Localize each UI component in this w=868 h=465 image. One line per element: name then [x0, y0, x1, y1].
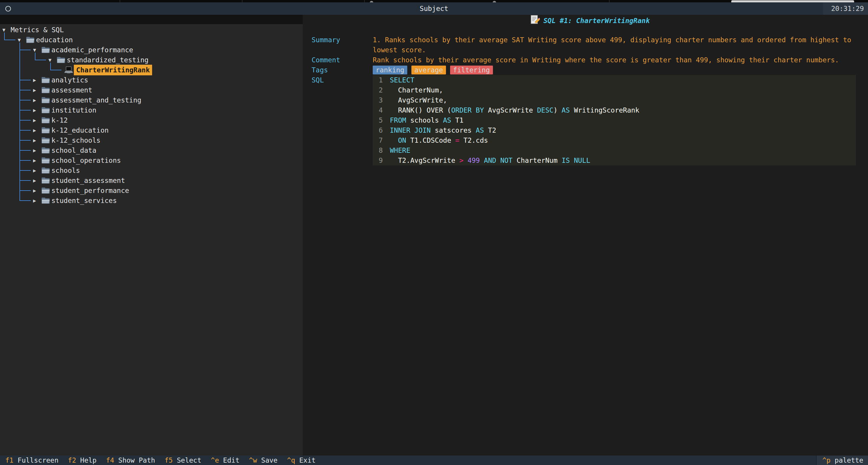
tree-item-student-services[interactable]: ▶student_services	[0, 195, 303, 206]
tree-item-k-12[interactable]: ▶k-12	[0, 115, 303, 125]
memo-icon	[530, 15, 540, 28]
shortcut-save[interactable]: ^w Save	[249, 457, 278, 464]
chevron-collapsed-icon[interactable]: ▶	[33, 125, 41, 135]
tree-item-k-12-schools[interactable]: ▶k-12_schools	[0, 135, 303, 145]
sql-token: SELECT	[390, 75, 414, 85]
palette-key: ^p	[823, 457, 831, 464]
browser-tabstrip	[0, 0, 868, 2]
chevron-collapsed-icon[interactable]: ▶	[33, 115, 41, 125]
chevron-collapsed-icon[interactable]: ▶	[33, 195, 41, 206]
chevron-collapsed-icon[interactable]: ▶	[33, 75, 41, 85]
tree-item-assessment[interactable]: ▶assessment	[0, 85, 303, 95]
titlebar: Subject 20:31:29	[0, 2, 868, 15]
tree-item-metrics-sql[interactable]: ▼Metrics & SQL	[0, 25, 303, 35]
chevron-collapsed-icon[interactable]: ▶	[33, 186, 41, 195]
tree-item-label: Metrics & SQL	[11, 25, 64, 35]
folder-icon	[41, 196, 52, 205]
tree-item-assessment-and-testing[interactable]: ▶assessment_and_testing	[0, 95, 303, 105]
sql-token: AS	[562, 105, 570, 115]
shortcut-select[interactable]: f5 Select	[164, 457, 202, 464]
sql-token: T1.CDSCode	[406, 135, 455, 145]
sql-token: WritingScoreRank	[570, 105, 639, 115]
sql-token: T1	[451, 115, 464, 125]
tree-item-label: CharterWritingRank	[74, 65, 152, 75]
chevron-collapsed-icon[interactable]: ▶	[33, 176, 41, 186]
tree-item-school-operations[interactable]: ▶school_operations	[0, 155, 303, 165]
tree-item-label: analytics	[52, 75, 88, 85]
sql-code-line: 9 T2.AvgScrWrite > 499 AND NOT CharterNu…	[373, 155, 856, 165]
shortcut-show-path[interactable]: f4 Show Path	[106, 457, 155, 464]
tab-divider	[120, 0, 120, 2]
shortcut-key: f5	[164, 457, 173, 464]
folder-icon	[41, 106, 52, 114]
tags-row: rankingaveragefiltering	[373, 65, 868, 75]
shortcut-label: Help	[76, 457, 97, 464]
sql-code-line: 1SELECT	[373, 75, 856, 85]
sql-token: IS NULL	[562, 155, 590, 165]
folder-icon	[57, 56, 67, 64]
tree-connector-line	[20, 180, 31, 181]
tree-connector-line	[20, 140, 31, 141]
tag-badge-ranking: ranking	[373, 66, 407, 74]
chevron-expanded-icon[interactable]: ▼	[2, 25, 11, 35]
chevron-collapsed-icon[interactable]: ▶	[33, 145, 41, 155]
palette-shortcut[interactable]: ^p palette	[816, 456, 868, 465]
tree-item-institution[interactable]: ▶institution	[0, 105, 303, 115]
sql-token: INNER JOIN	[390, 125, 431, 135]
tree-item-charterwritingrank[interactable]: CharterWritingRank	[0, 65, 303, 75]
sql-code-line: 7 ON T1.CDSCode = T2.cds	[373, 135, 856, 145]
chevron-expanded-icon[interactable]: ▼	[33, 45, 41, 55]
clock: 20:31:29	[823, 2, 868, 15]
shortcut-edit[interactable]: ^e Edit	[211, 457, 240, 464]
tab-divider	[609, 0, 610, 2]
tree-panel: ▼Metrics & SQL▼education▼academic_perfor…	[0, 15, 303, 456]
sql-token: AvgScrWrite,	[390, 95, 447, 105]
chevron-collapsed-icon[interactable]: ▶	[33, 95, 41, 105]
sql-token: AvgScrWrite	[484, 105, 537, 115]
sql-code-line: 8WHERE	[373, 145, 856, 155]
chevron-collapsed-icon[interactable]: ▶	[33, 165, 41, 176]
tree-item-label: student_services	[52, 195, 117, 206]
chevron-collapsed-icon[interactable]: ▶	[33, 155, 41, 165]
detail-header: SQL #1: CharterWritingRank	[312, 15, 868, 25]
tree-item-school-data[interactable]: ▶school_data	[0, 145, 303, 155]
chevron-expanded-icon[interactable]: ▼	[18, 35, 26, 45]
chevron-expanded-icon[interactable]: ▼	[49, 55, 57, 65]
tree-item-label: k-12	[52, 115, 68, 125]
line-number: 4	[373, 105, 383, 115]
tree-item-label: schools	[52, 165, 80, 176]
chevron-collapsed-icon[interactable]: ▶	[33, 105, 41, 115]
folder-icon	[41, 176, 52, 185]
statusbar: f1 Fullscreenf2 Helpf4 Show Pathf5 Selec…	[0, 456, 868, 465]
detail-panel: SQL #1: CharterWritingRank Summary 1. Ra…	[303, 15, 868, 456]
shortcut-help[interactable]: f2 Help	[68, 457, 97, 464]
tree-connector-line	[50, 63, 51, 70]
shortcut-key: ^w	[249, 457, 257, 464]
chevron-collapsed-icon[interactable]: ▶	[33, 85, 41, 95]
tree-item-k-12-education[interactable]: ▶k-12_education	[0, 125, 303, 135]
tree-item-student-performance[interactable]: ▶student_performance	[0, 186, 303, 195]
tree-item-academic-performance[interactable]: ▼academic_performance	[0, 45, 303, 55]
sql-token: RANK() OVER (	[390, 105, 451, 115]
tree-item-student-assessment[interactable]: ▶student_assessment	[0, 176, 303, 186]
active-tab-sliver	[731, 0, 854, 2]
tab-divider	[364, 0, 365, 2]
tree-connector-line	[20, 90, 31, 90]
shortcut-exit[interactable]: ^q Exit	[287, 457, 316, 464]
shortcut-label: Edit	[219, 457, 240, 464]
comment-label: Comment	[312, 55, 373, 65]
tree-item-schools[interactable]: ▶schools	[0, 165, 303, 176]
sql-label: SQL	[312, 75, 373, 165]
tree-item-education[interactable]: ▼education	[0, 35, 303, 45]
shortcut-fullscreen[interactable]: f1 Fullscreen	[5, 457, 59, 464]
shortcut-label: Select	[173, 457, 202, 464]
folder-icon	[41, 76, 52, 84]
tree-connector-line	[20, 80, 31, 80]
chevron-collapsed-icon[interactable]: ▶	[33, 135, 41, 145]
sql-token: CharterNum	[513, 155, 561, 165]
palette-label: palette	[835, 457, 863, 464]
tree-item-analytics[interactable]: ▶analytics	[0, 75, 303, 85]
summary-value: 1. Ranks schools by their average SAT Wr…	[373, 35, 856, 55]
folder-icon	[41, 146, 52, 155]
tree-item-label: academic_performance	[52, 45, 133, 55]
